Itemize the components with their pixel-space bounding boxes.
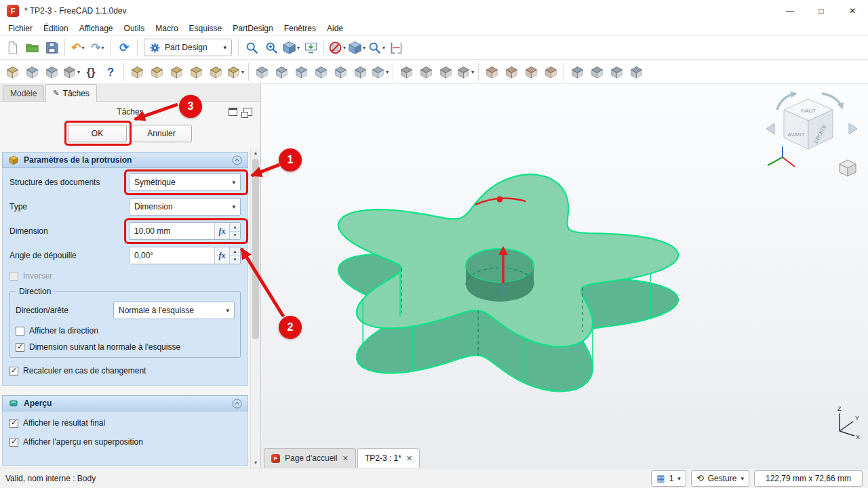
update-view-checkbox[interactable]: ✓ Recalculer en cas de changement bbox=[9, 366, 241, 375]
create-group-icon[interactable] bbox=[42, 62, 61, 82]
linear-pattern-icon[interactable] bbox=[416, 62, 435, 82]
expression-fx-icon[interactable]: fx bbox=[214, 223, 229, 239]
navigation-cube[interactable]: HAUT AVANT DROITE bbox=[757, 87, 865, 188]
tab-start-page[interactable]: F Page d'accueil ✕ bbox=[264, 448, 356, 468]
subtractive-pipe-icon[interactable] bbox=[331, 62, 350, 82]
draft-angle-spinner[interactable]: ▲▼ bbox=[229, 247, 240, 264]
scroll-up-icon[interactable]: ▲ bbox=[251, 148, 260, 158]
length-along-normal-checkbox[interactable]: ✓ Dimension suivant la normale à l'esqui… bbox=[16, 342, 235, 352]
pan-left-icon[interactable] bbox=[766, 123, 774, 134]
measure-icon[interactable] bbox=[387, 37, 406, 58]
menu-fenetres[interactable]: Fenêtres bbox=[279, 23, 321, 34]
additive-pipe-icon[interactable] bbox=[186, 62, 205, 82]
navcube-front-label[interactable]: AVANT bbox=[787, 131, 805, 138]
open-document-icon[interactable] bbox=[22, 37, 41, 58]
mirrored-icon[interactable] bbox=[397, 62, 416, 82]
checkbox-box[interactable]: ✓ bbox=[9, 367, 18, 375]
multi-transform-icon[interactable]: ▾ bbox=[456, 62, 475, 82]
clip-plane-icon[interactable]: ▾ bbox=[328, 37, 347, 58]
show-overlay-preview-checkbox[interactable]: ✓ Afficher l'aperçu en superposition bbox=[9, 437, 241, 447]
navcube-top-label[interactable]: HAUT bbox=[801, 108, 816, 114]
zoom-tools-icon[interactable]: ▾ bbox=[367, 37, 386, 58]
create-datum-plane-icon[interactable] bbox=[22, 62, 41, 82]
collapse-section-icon[interactable] bbox=[232, 399, 242, 409]
reverse-checkbox[interactable]: ✓ Inverser bbox=[9, 271, 241, 281]
create-body-icon[interactable] bbox=[3, 62, 22, 82]
checkbox-box[interactable]: ✓ bbox=[9, 438, 18, 447]
float-panel-icon[interactable] bbox=[243, 108, 252, 116]
fillet-icon[interactable] bbox=[482, 62, 501, 82]
polar-pattern-icon[interactable] bbox=[436, 62, 455, 82]
refresh-document-icon[interactable]: ⟳ bbox=[115, 37, 134, 58]
navigation-style-selector[interactable]: ⟲ Gesture ▾ bbox=[691, 470, 749, 487]
checkbox-box[interactable]: ✓ bbox=[16, 327, 24, 336]
boolean-operation-icon[interactable] bbox=[568, 62, 587, 82]
sync-camera-icon[interactable] bbox=[301, 37, 320, 58]
3d-viewport[interactable]: HAUT AVANT DROITE bbox=[261, 84, 868, 468]
direction-combobox[interactable]: Normale à l'esquisse ▾ bbox=[113, 302, 235, 319]
draft-icon[interactable] bbox=[521, 62, 540, 82]
involute-gear-icon[interactable] bbox=[587, 62, 606, 82]
create-clone-icon[interactable]: ▾ bbox=[62, 62, 81, 82]
checkbox-box[interactable]: ✓ bbox=[9, 272, 18, 281]
additive-loft-icon[interactable] bbox=[167, 62, 186, 82]
tab-taches[interactable]: ✎ Tâches bbox=[45, 84, 97, 102]
tab-modele[interactable]: Modèle bbox=[3, 85, 44, 101]
redo-icon[interactable]: ↷▾ bbox=[88, 37, 107, 58]
spin-down-icon[interactable]: ▼ bbox=[230, 232, 240, 240]
pad-icon[interactable] bbox=[127, 62, 146, 82]
maximize-button[interactable]: □ bbox=[806, 0, 837, 22]
additive-primitive-icon[interactable]: ▾ bbox=[226, 62, 245, 82]
spin-up-icon[interactable]: ▲ bbox=[230, 223, 240, 232]
menu-affichage[interactable]: Affichage bbox=[74, 23, 119, 34]
sprocket-icon[interactable] bbox=[627, 62, 646, 82]
dock-panel-icon[interactable] bbox=[229, 108, 237, 116]
tasks-scrollbar[interactable]: ▲ ▼ bbox=[250, 148, 260, 468]
whats-this-icon[interactable]: ? bbox=[101, 62, 120, 82]
draft-angle-value[interactable]: 0,00° bbox=[130, 247, 214, 264]
collapse-section-icon[interactable] bbox=[232, 155, 242, 165]
groove-icon[interactable] bbox=[292, 62, 311, 82]
dimension-value[interactable]: 10,00 mm bbox=[130, 223, 214, 239]
chamfer-icon[interactable] bbox=[502, 62, 521, 82]
hole-icon[interactable] bbox=[272, 62, 291, 82]
mini-cube-icon[interactable] bbox=[840, 160, 856, 176]
show-final-result-checkbox[interactable]: ✓ Afficher le résultat final bbox=[9, 418, 241, 428]
dimension-input[interactable]: 10,00 mm fx ▲▼ bbox=[129, 222, 241, 240]
structure-combobox[interactable]: Symétrique ▾ bbox=[129, 174, 241, 191]
close-button[interactable]: ✕ bbox=[837, 0, 868, 22]
expression-editor-icon[interactable]: {} bbox=[81, 62, 100, 82]
draft-angle-input[interactable]: 0,00° fx ▲▼ bbox=[129, 247, 241, 264]
close-tab-icon[interactable]: ✕ bbox=[342, 454, 349, 463]
pad-parameters-header[interactable]: Paramètres de la protrusion bbox=[2, 152, 248, 168]
pocket-icon[interactable] bbox=[252, 62, 271, 82]
close-tab-icon[interactable]: ✕ bbox=[406, 454, 412, 463]
save-document-icon[interactable] bbox=[42, 37, 61, 58]
spin-up-icon[interactable]: ▲ bbox=[230, 247, 240, 256]
new-document-icon[interactable] bbox=[3, 37, 22, 58]
box-element-view-icon[interactable]: ▾ bbox=[347, 37, 366, 58]
preview-header[interactable]: Aperçu bbox=[2, 395, 248, 411]
menu-aide[interactable]: Aide bbox=[321, 23, 349, 34]
menu-esquisse[interactable]: Esquisse bbox=[184, 23, 228, 34]
ok-button[interactable]: OK bbox=[68, 125, 127, 142]
isometric-view-icon[interactable]: ▾ bbox=[281, 37, 300, 58]
menu-partdesign[interactable]: PartDesign bbox=[227, 23, 278, 34]
spin-down-icon[interactable]: ▼ bbox=[230, 256, 240, 264]
checkbox-box[interactable]: ✓ bbox=[16, 343, 24, 352]
subtractive-primitive-icon[interactable]: ▾ bbox=[370, 62, 389, 82]
show-direction-checkbox[interactable]: ✓ Afficher la direction bbox=[16, 326, 235, 336]
dimension-spinner[interactable]: ▲▼ bbox=[229, 223, 240, 239]
thickness-icon[interactable] bbox=[541, 62, 560, 82]
menu-outils[interactable]: Outils bbox=[119, 23, 151, 34]
checkbox-box[interactable]: ✓ bbox=[9, 419, 18, 428]
minimize-button[interactable]: — bbox=[774, 0, 806, 22]
menu-edition[interactable]: Édition bbox=[38, 23, 74, 34]
scrollbar-thumb[interactable] bbox=[252, 159, 259, 339]
cancel-button[interactable]: Annuler bbox=[131, 125, 192, 142]
fit-all-icon[interactable] bbox=[242, 37, 261, 58]
active-view-selector[interactable]: ▦ 1 ▾ bbox=[651, 470, 686, 487]
pan-right-icon[interactable] bbox=[849, 123, 857, 134]
additive-helix-icon[interactable] bbox=[206, 62, 225, 82]
menu-fichier[interactable]: Fichier bbox=[3, 23, 38, 34]
